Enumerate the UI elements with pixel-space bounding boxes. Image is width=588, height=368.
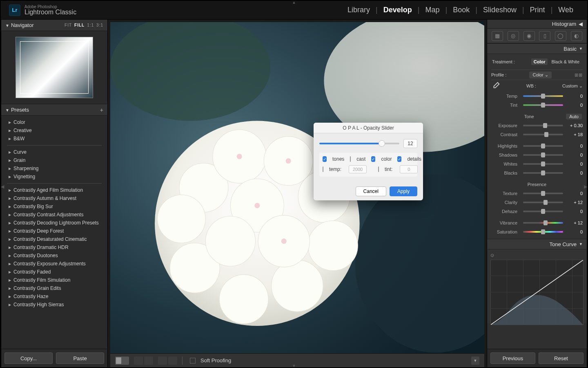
compare-group[interactable] [158, 357, 177, 365]
gradient-tool-icon[interactable]: ▯ [539, 31, 550, 41]
blacks-value[interactable]: 0 [566, 171, 583, 175]
radial-tool-icon[interactable]: ◯ [555, 31, 566, 41]
dehaze-slider[interactable] [523, 211, 563, 212]
vibrance-slider[interactable] [523, 222, 563, 224]
preset-item[interactable]: ▶Contrastly Film Simulation [1, 276, 107, 284]
apply-button[interactable]: Apply [390, 186, 417, 196]
opacity-slider[interactable] [319, 143, 399, 144]
collapse-top-icon[interactable]: ▲ [292, 0, 296, 4]
module-print[interactable]: Print [524, 6, 551, 14]
shadows-slider[interactable] [523, 154, 563, 156]
cancel-button[interactable]: Cancel [356, 186, 386, 196]
highlights-value[interactable]: 0 [566, 144, 583, 148]
tone-curve-graph[interactable] [490, 260, 584, 325]
nav-1to1[interactable]: 1:1 [87, 23, 94, 27]
preset-item[interactable]: ▶Curve [1, 148, 107, 156]
auto-button[interactable]: Auto [566, 114, 582, 119]
treatment-bw[interactable]: Black & White [549, 58, 582, 65]
saturation-slider[interactable] [523, 231, 563, 233]
dehaze-value[interactable]: 0 [566, 209, 583, 214]
highlights-slider[interactable] [523, 145, 563, 147]
tint-slider[interactable] [523, 104, 563, 106]
module-develop[interactable]: Develop [378, 6, 418, 14]
tint-value[interactable]: 0 [566, 103, 583, 108]
preset-item[interactable]: ▶Sharpening [1, 164, 107, 173]
preset-item[interactable]: ▶Contrastly Deep Forest [1, 227, 107, 235]
preset-item[interactable]: ▶Contrastly Autumn & Harvest [1, 194, 107, 202]
preset-item[interactable]: ▶Contrastly Big Sur [1, 202, 107, 211]
shadows-value[interactable]: 0 [566, 153, 583, 157]
tonecurve-header[interactable]: Tone Curve▼ [487, 239, 587, 249]
blacks-slider[interactable] [523, 172, 563, 174]
module-web[interactable]: Web [552, 6, 579, 14]
module-book[interactable]: Book [447, 6, 475, 14]
histogram-header[interactable]: Histogram◀ [487, 20, 587, 29]
contrast-slider[interactable] [523, 134, 563, 135]
collapse-right-icon[interactable]: ▶ [584, 184, 587, 189]
preset-item[interactable]: ▶Contrastly Grain Edits [1, 284, 107, 292]
whites-slider[interactable] [523, 163, 563, 165]
collapse-bottom-icon[interactable]: ▼ [292, 364, 296, 368]
preset-item[interactable]: ▶Contrastly Dramatic HDR [1, 243, 107, 251]
preset-item[interactable]: ▶Grain [1, 156, 107, 164]
module-library[interactable]: Library [342, 6, 376, 14]
soft-proofing-checkbox[interactable] [190, 358, 196, 364]
preset-item[interactable]: ▶Contrastly Contrast Adjustments [1, 211, 107, 219]
add-preset-icon[interactable]: + [100, 107, 103, 113]
preset-item[interactable]: ▶Creative [1, 126, 107, 135]
whites-value[interactable]: 0 [566, 162, 583, 166]
previous-button[interactable]: Previous [490, 352, 535, 364]
cast-checkbox[interactable] [350, 156, 351, 162]
preset-item[interactable]: ▶Contrastly Faded [1, 268, 107, 276]
navigator-header[interactable]: ▼Navigator FIT FILL 1:1 3:1 [1, 20, 107, 31]
saturation-value[interactable]: 0 [566, 229, 583, 234]
before-after-group[interactable] [134, 357, 153, 365]
spot-tool-icon[interactable]: ◎ [508, 31, 519, 41]
preset-item[interactable]: ▶Contrastly Exposure Adjustments [1, 260, 107, 268]
presets-header[interactable]: ▼Presets + [1, 104, 107, 116]
crop-tool-icon[interactable]: ▦ [492, 31, 503, 41]
color-checkbox[interactable]: ✓ [371, 156, 375, 162]
module-slideshow[interactable]: Slideshow [477, 6, 522, 14]
profile-browser-icon[interactable]: ⊞⊞ [575, 72, 583, 78]
preset-item[interactable]: ▶Contrastly Aged Film Simulation [1, 186, 107, 194]
navigator-thumbnail[interactable] [16, 37, 93, 98]
details-checkbox[interactable]: ✓ [397, 156, 401, 162]
redeye-tool-icon[interactable]: ◉ [523, 31, 535, 41]
preset-item[interactable]: ▶Contrastly Desaturated Cinematic [1, 235, 107, 243]
nav-ratio[interactable]: 3:1 [96, 23, 103, 27]
temp-slider[interactable] [523, 95, 563, 97]
toolbar-dropdown-icon[interactable]: ▼ [471, 357, 479, 365]
reset-button[interactable]: Reset [539, 352, 584, 364]
preset-item[interactable]: ▶B&W [1, 135, 107, 143]
image-canvas[interactable] [110, 22, 484, 353]
opacity-value-input[interactable]: 12 [403, 139, 417, 148]
temp-checkbox[interactable] [323, 166, 323, 172]
collapse-left-icon[interactable]: ◀ [1, 184, 4, 189]
texture-slider[interactable] [523, 193, 563, 194]
clarity-value[interactable]: + 12 [566, 200, 583, 205]
wb-dropdown[interactable]: Custom ⌄ [562, 83, 583, 89]
nav-fill[interactable]: FILL [74, 23, 85, 27]
preset-item[interactable]: ▶Contrastly High Sierras [1, 301, 107, 309]
preset-item[interactable]: ▶Vignetting [1, 173, 107, 181]
clarity-slider[interactable] [523, 202, 563, 203]
preset-item[interactable]: ▶Contrastly Duotones [1, 251, 107, 260]
preset-item[interactable]: ▶Contrastly Haze [1, 292, 107, 301]
exposure-slider[interactable] [523, 125, 563, 126]
dialog-tint-input[interactable] [400, 165, 418, 173]
preset-item[interactable]: ▶Contrastly Decoding Lightroom Presets [1, 219, 107, 227]
copy-button[interactable]: Copy... [4, 352, 53, 364]
module-map[interactable]: Map [419, 6, 445, 14]
vibrance-value[interactable]: + 12 [566, 220, 583, 225]
tones-checkbox[interactable]: ✓ [323, 156, 327, 162]
basic-header[interactable]: Basic▼ [487, 43, 587, 54]
eyedropper-icon[interactable] [491, 81, 500, 90]
dialog-temp-input[interactable] [349, 165, 367, 173]
treatment-color[interactable]: Color [531, 58, 548, 65]
nav-fit[interactable]: FIT [65, 23, 72, 27]
texture-value[interactable]: 0 [566, 191, 583, 196]
paste-button[interactable]: Paste [56, 352, 104, 364]
preset-item[interactable]: ▶Color [1, 118, 107, 126]
brush-tool-icon[interactable]: ◐ [571, 31, 582, 41]
